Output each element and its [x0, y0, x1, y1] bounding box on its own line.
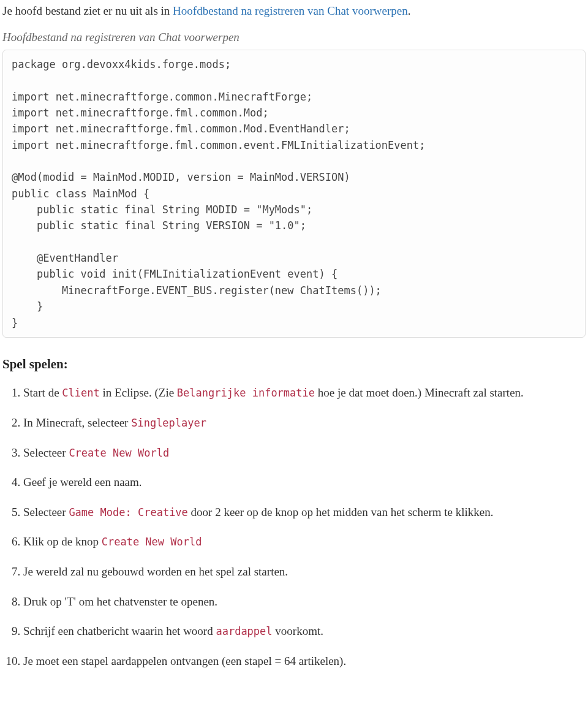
- step-text: in Eclipse. (Zie: [100, 386, 177, 399]
- step-text: Klik op de knop: [23, 535, 102, 548]
- step-text: Selecteer: [23, 506, 69, 518]
- inline-code: Create New World: [69, 447, 169, 459]
- section-heading: Spel spelen:: [2, 355, 586, 374]
- step-item: Je moet een stapel aardappelen ontvangen…: [23, 653, 586, 670]
- step-item: Schrijf een chatbericht waarin het woord…: [23, 623, 586, 640]
- step-item: Start de Client in Eclipse. (Zie Belangr…: [23, 385, 586, 401]
- intro-suffix: .: [408, 4, 411, 17]
- step-text: voorkomt.: [273, 624, 323, 637]
- step-item: Klik op de knop Create New World: [23, 534, 586, 550]
- step-text: Je moet een stapel aardappelen ontvangen…: [23, 655, 346, 667]
- step-text: Je wereld zal nu gebouwd worden en het s…: [23, 565, 288, 578]
- step-item: Selecteer Game Mode: Creative door 2 kee…: [23, 504, 586, 521]
- step-item: Je wereld zal nu gebouwd worden en het s…: [23, 564, 586, 580]
- inline-code: Create New World: [102, 536, 202, 548]
- intro-paragraph: Je hoofd bestand ziet er nu uit als in H…: [2, 2, 586, 20]
- code-caption: Hoofdbestand na registreren van Chat voo…: [2, 29, 586, 47]
- step-item: Selecteer Create New World: [23, 445, 586, 461]
- inline-code: Singleplayer: [131, 417, 206, 429]
- intro-prefix: Je hoofd bestand ziet er nu uit als in: [2, 4, 173, 17]
- inline-code: Client: [62, 387, 99, 399]
- step-text: Schrijf een chatbericht waarin het woord: [23, 624, 216, 637]
- code-block: package org.devoxx4kids.forge.mods; impo…: [2, 50, 586, 338]
- step-list: Start de Client in Eclipse. (Zie Belangr…: [2, 385, 586, 669]
- step-text: Start de: [23, 386, 62, 399]
- inline-code: aardappel: [216, 625, 272, 637]
- step-item: Geef je wereld een naam.: [23, 474, 586, 491]
- step-text: door 2 keer op de knop op het midden van…: [188, 506, 494, 518]
- inline-code: Belangrijke informatie: [177, 387, 315, 399]
- step-item: In Minecraft, selecteer Singleplayer: [23, 415, 586, 431]
- step-text: hoe je dat moet doen.) Minecraft zal sta…: [315, 386, 524, 399]
- intro-link[interactable]: Hoofdbestand na registreren van Chat voo…: [173, 4, 408, 17]
- inline-code: Game Mode: Creative: [69, 506, 187, 518]
- step-text: Geef je wereld een naam.: [23, 476, 142, 488]
- step-item: Druk op 'T' om het chatvenster te openen…: [23, 594, 586, 610]
- step-text: Druk op 'T' om het chatvenster te openen…: [23, 595, 217, 608]
- step-text: Selecteer: [23, 446, 69, 459]
- step-text: In Minecraft, selecteer: [23, 416, 131, 429]
